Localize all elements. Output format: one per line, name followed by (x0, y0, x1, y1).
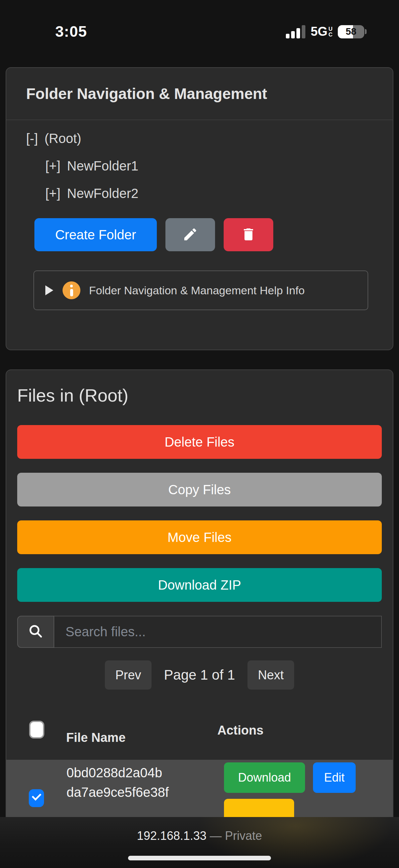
copy-files-button[interactable]: Copy Files (17, 473, 382, 506)
status-icons: 5G U C 58 (286, 25, 367, 39)
download-zip-button[interactable]: Download ZIP (17, 568, 382, 602)
search-input[interactable] (54, 616, 382, 648)
delete-files-button[interactable]: Delete Files (17, 425, 382, 459)
rename-folder-button[interactable] (165, 218, 215, 251)
network-variant-label: U C (329, 26, 333, 37)
edit-file-button[interactable]: Edit (313, 763, 356, 793)
tree-item-newfolder1[interactable]: [+] NewFolder1 (26, 158, 373, 174)
collapse-toggle[interactable]: [-] (26, 131, 38, 146)
info-icon (63, 281, 80, 299)
trash-icon (240, 226, 257, 243)
help-accordion-label: Folder Navigation & Management Help Info (89, 284, 305, 297)
table-header-row: File Name Actions (17, 715, 382, 760)
folder-card-body: [-] (Root) [+] NewFolder1 [+] NewFolder2… (6, 120, 393, 310)
pagination: Prev Page 1 of 1 Next (17, 660, 382, 689)
folder-card-title: Folder Navigation & Management (26, 85, 267, 103)
network-label: 5G (311, 25, 328, 39)
row-checkbox[interactable] (29, 789, 44, 807)
column-header-actions: Actions (218, 723, 263, 738)
tree-item-newfolder2[interactable]: [+] NewFolder2 (26, 185, 373, 202)
tree-item-label[interactable]: NewFolder2 (67, 186, 139, 201)
folder-card-header: Folder Navigation & Management (6, 68, 393, 120)
battery-icon: 58 (338, 25, 367, 38)
status-bar: 3:05 5G U C 58 (0, 0, 399, 50)
clock: 3:05 (55, 23, 87, 40)
files-card-title: Files in (Root) (17, 383, 382, 408)
expand-toggle[interactable]: [+] (45, 186, 61, 201)
battery-percent: 58 (338, 25, 364, 38)
tree-item-root[interactable]: [-] (Root) (26, 130, 373, 147)
next-page-button[interactable]: Next (247, 660, 294, 689)
help-accordion[interactable]: Folder Navigation & Management Help Info (33, 271, 368, 310)
select-all-checkbox[interactable] (29, 721, 44, 739)
network-type: 5G U C (311, 25, 333, 39)
folder-actions-row: Create Folder (34, 218, 373, 251)
url-host: 192.168.1.33 (137, 829, 206, 842)
search-bar (17, 616, 382, 648)
prev-page-button[interactable]: Prev (105, 660, 151, 689)
address-bar[interactable]: 192.168.1.33 — Private (0, 829, 399, 843)
page-status: Page 1 of 1 (164, 667, 235, 683)
delete-folder-button[interactable] (224, 218, 273, 251)
home-indicator[interactable] (128, 856, 271, 860)
files-card: Files in (Root) Delete Files Copy Files … (6, 369, 393, 868)
move-files-button[interactable]: Move Files (17, 520, 382, 554)
expand-toggle[interactable]: [+] (45, 159, 61, 174)
folder-management-card: Folder Navigation & Management [-] (Root… (6, 67, 393, 350)
cellular-signal-icon (286, 25, 305, 38)
url-separator: — (206, 829, 225, 842)
tree-item-label[interactable]: NewFolder1 (67, 159, 139, 174)
file-name: 0bd0288d2a04b da7ae9ce5f6e38f (67, 763, 169, 802)
search-icon (28, 624, 43, 640)
triangle-right-icon[interactable] (45, 285, 53, 295)
search-button[interactable] (17, 616, 54, 648)
column-header-file-name: File Name (66, 731, 126, 745)
tree-item-label[interactable]: (Root) (45, 131, 81, 146)
safari-bottom-bar: 192.168.1.33 — Private (0, 817, 399, 868)
private-badge: Private (225, 829, 262, 842)
create-folder-button[interactable]: Create Folder (34, 218, 157, 251)
pencil-icon (182, 226, 198, 243)
download-file-button[interactable]: Download (224, 763, 305, 793)
